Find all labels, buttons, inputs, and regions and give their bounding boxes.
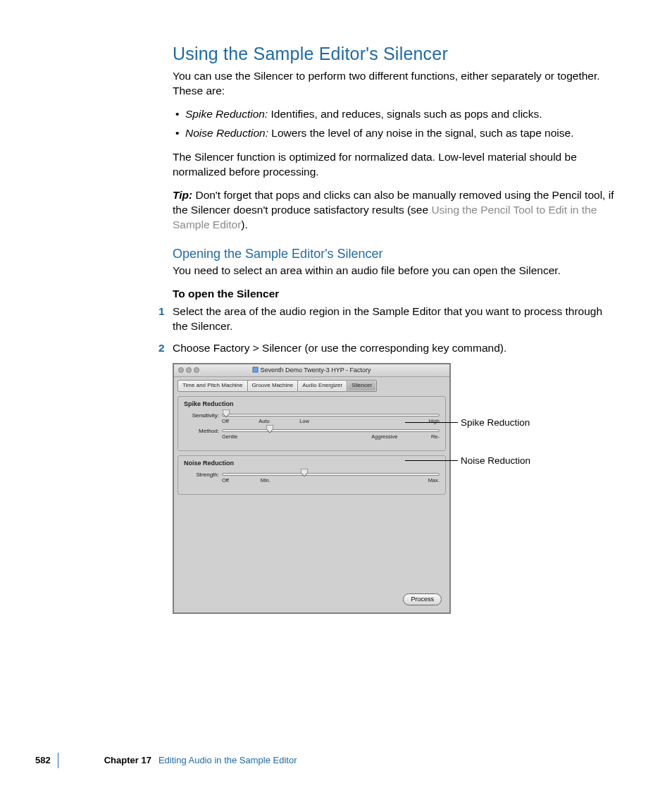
strength-label: Strength: bbox=[184, 472, 219, 479]
noise-reduction-group: Noise Reduction Strength: Off Min. bbox=[178, 455, 446, 495]
page-footer: 582 Chapter 17 Editing Audio in the Samp… bbox=[0, 753, 672, 768]
method-label: Method: bbox=[184, 428, 219, 436]
document-icon bbox=[252, 366, 259, 373]
body-paragraph: The Silencer function is optimized for n… bbox=[173, 150, 619, 180]
bullet-term: Spike Reduction: bbox=[185, 108, 268, 120]
step-text: Select the area of the audio region in t… bbox=[173, 304, 619, 334]
tip-label: Tip: bbox=[173, 189, 192, 201]
tab-groove-machine[interactable]: Groove Machine bbox=[247, 380, 299, 392]
svg-rect-0 bbox=[253, 367, 258, 372]
sensitivity-label: Sensitivity: bbox=[184, 412, 219, 420]
step-text: Choose Factory > Silencer (or use the co… bbox=[173, 341, 619, 356]
callout-noise: Noise Reduction bbox=[461, 455, 530, 467]
callout-spike: Spike Reduction bbox=[461, 417, 530, 429]
heading-main: Using the Sample Editor's Silencer bbox=[173, 42, 619, 66]
factory-window: Seventh Demo Twenty-3 HYP - Factory Time… bbox=[173, 363, 451, 614]
tab-bar: Time and Pitch Machine Groove Machine Au… bbox=[178, 380, 446, 392]
slider-thumb-icon bbox=[301, 469, 308, 476]
bullet-list: Spike Reduction: Identifies, and reduces… bbox=[175, 107, 619, 141]
page-number: 582 bbox=[35, 754, 51, 767]
footer-separator bbox=[58, 753, 58, 768]
slider-thumb-icon bbox=[266, 425, 273, 433]
tab-silencer[interactable]: Silencer bbox=[347, 380, 377, 392]
slider-thumb-icon bbox=[223, 409, 230, 417]
bullet-term: Noise Reduction: bbox=[185, 127, 268, 139]
group-title: Noise Reduction bbox=[184, 459, 440, 467]
tab-time-pitch[interactable]: Time and Pitch Machine bbox=[178, 380, 248, 392]
chapter-label: Chapter 17 bbox=[104, 754, 151, 767]
bullet-desc: Identifies, and reduces, signals such as… bbox=[268, 108, 542, 120]
step-item: 2 Choose Factory > Silencer (or use the … bbox=[173, 341, 619, 356]
callout-line bbox=[405, 460, 458, 461]
intro-paragraph: You can use the Silencer to perform two … bbox=[173, 69, 619, 99]
step-number: 1 bbox=[158, 304, 165, 319]
task-heading: To open the Silencer bbox=[173, 287, 619, 302]
tip-close: ). bbox=[241, 218, 247, 230]
sensitivity-slider[interactable]: Off Auto Low High bbox=[222, 412, 440, 425]
heading-sub: Opening the Sample Editor's Silencer bbox=[173, 245, 619, 262]
window-title: Seventh Demo Twenty-3 HYP - Factory bbox=[174, 366, 449, 374]
strength-slider[interactable]: Off Min. Max. bbox=[222, 472, 440, 484]
body-paragraph: You need to select an area within an aud… bbox=[173, 264, 619, 278]
window-titlebar: Seventh Demo Twenty-3 HYP - Factory bbox=[174, 364, 449, 377]
step-number: 2 bbox=[158, 341, 165, 356]
bullet-item: Spike Reduction: Identifies, and reduces… bbox=[175, 107, 619, 122]
step-item: 1 Select the area of the audio region in… bbox=[173, 304, 619, 334]
spike-reduction-group: Spike Reduction Sensitivity: Off Au bbox=[178, 396, 446, 451]
group-title: Spike Reduction bbox=[184, 400, 440, 408]
process-button[interactable]: Process bbox=[403, 593, 442, 605]
tab-audio-energizer[interactable]: Audio Energizer bbox=[297, 380, 347, 392]
callout-line bbox=[405, 422, 458, 423]
method-slider[interactable]: Gentle Aggressive Re- bbox=[222, 428, 440, 441]
tip-paragraph: Tip: Don't forget that pops and clicks c… bbox=[173, 188, 619, 233]
chapter-title: Editing Audio in the Sample Editor bbox=[158, 754, 297, 767]
bullet-desc: Lowers the level of any noise in the sig… bbox=[268, 127, 573, 139]
bullet-item: Noise Reduction: Lowers the level of any… bbox=[175, 126, 619, 141]
